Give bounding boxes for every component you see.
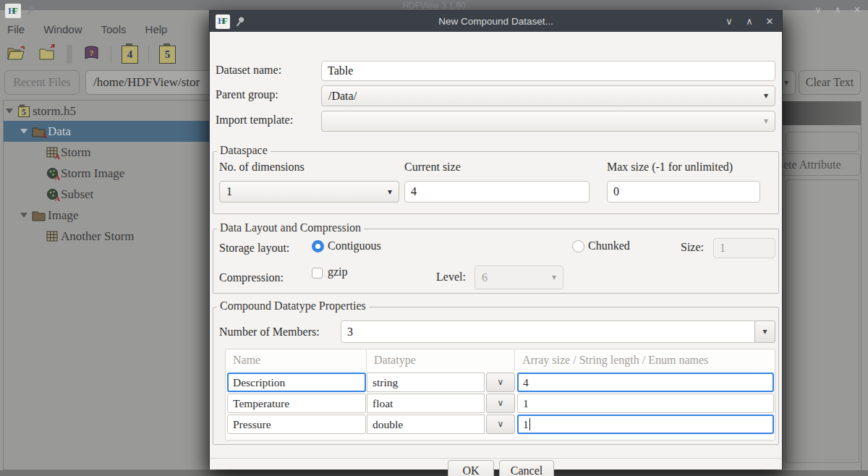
menu-bar: File Window Tools Help [7,23,167,35]
chevron-down-icon: ▾ [762,326,767,337]
menu-tools[interactable]: Tools [101,23,127,35]
tree-item-storm-image[interactable]: A Storm Image [46,163,124,184]
member-arraysize-input[interactable]: 4 [517,373,774,392]
member-arraysize-input[interactable]: 1 [517,415,774,434]
hdf4-file-icon[interactable]: 4 [122,46,138,64]
member-datatype-dropdown-button[interactable]: ∨ [486,415,515,434]
hdf5-file-icon[interactable]: 5 [159,46,176,64]
close-icon[interactable]: ✕ [765,16,775,27]
new-file-icon[interactable] [38,43,56,65]
chevron-down-icon: ▾ [764,90,768,101]
dataspace-legend: Dataspace [217,144,271,157]
open-file-icon[interactable] [6,43,27,65]
gzip-checkbox[interactable] [312,268,323,279]
menu-help[interactable]: Help [145,23,168,35]
expander-arrow-icon[interactable] [20,213,27,218]
member-datatype-dropdown-button[interactable]: ∨ [486,394,515,413]
group-folder-icon: A [32,126,46,137]
main-window-title: HDFView 3.1.90 [0,1,868,11]
svg-text:?: ? [90,48,94,57]
tree-item-image[interactable]: Image [20,205,78,226]
minimize-icon[interactable]: ∨ [813,4,823,15]
dataset-table-icon [46,230,59,242]
compression-label: Compression: [219,271,284,284]
storage-layout-label: Storage layout: [219,242,289,255]
max-size-input[interactable]: 0 [607,181,760,203]
level-select: 6 ▾ [475,265,563,289]
tree-item-label: Image [48,208,78,223]
tree-item-label: Data [48,124,71,139]
tree-item-subset[interactable]: A Subset [46,184,93,205]
new-compound-dataset-dialog: HF New Compound Dataset... ∨ ∧ ✕ Dataset… [209,10,783,469]
tree-item-storm[interactable]: A Storm [46,142,91,163]
expander-arrow-icon[interactable] [20,129,27,134]
main-window-titlebar: HDFView 3.1.90 [0,0,868,10]
members-table: Name Datatype Array size / String length… [225,349,775,441]
dialog-titlebar[interactable]: HF New Compound Dataset... ∨ ∧ ✕ [210,11,782,32]
panel-divider [861,101,861,470]
no-of-dimensions-label: No. of dimensions [219,161,305,174]
number-of-members-value[interactable]: 3 [341,320,755,343]
help-book-icon[interactable]: ? [82,45,101,64]
layout-compression-legend: Data Layout and Compression [217,221,364,234]
chevron-down-icon[interactable]: ▾ [784,77,788,88]
toolbar-separator [148,46,149,63]
chunked-label: Chunked [588,239,630,252]
clear-text-button[interactable]: Clear Text [799,70,861,95]
parent-group-label: Parent group: [216,88,278,101]
svg-text:5: 5 [22,107,26,117]
member-arraysize-input[interactable]: 1 [517,394,774,413]
chevron-down-icon: ∨ [498,419,504,430]
member-datatype-value[interactable]: string [367,373,485,392]
minimize-icon[interactable]: ∨ [724,16,734,27]
member-name-input[interactable]: Description [227,373,366,392]
dialog-title: New Compound Dataset... [210,16,782,27]
menu-file[interactable]: File [7,23,25,35]
parent-group-select[interactable]: /Data/ ▾ [321,85,775,106]
window-bottom-edge [0,470,868,476]
tree-panel [3,100,210,470]
import-template-label: Import template: [216,114,293,127]
chevron-down-icon: ∨ [498,377,504,388]
tree-item-storm-h5[interactable]: 5 storm.h5 [6,101,76,122]
dataset-name-input[interactable]: Table [321,61,775,81]
contiguous-radio[interactable] [312,240,324,252]
menu-window[interactable]: Window [43,23,82,35]
recent-files-button[interactable]: Recent Files [4,70,80,95]
maximize-icon[interactable]: ∧ [833,4,843,15]
current-size-input[interactable]: 4 [404,181,590,203]
tree-item-data[interactable]: A Data [4,121,209,142]
member-name-input[interactable]: Temperature [227,394,366,413]
maximize-icon[interactable]: ∧ [744,16,754,27]
cancel-button[interactable]: Cancel [499,460,554,476]
delete-attribute-button[interactable]: ete Attribute [780,153,861,176]
tree-item-label: Subset [61,187,93,202]
no-of-dimensions-select[interactable]: 1 ▾ [219,181,399,203]
number-of-members-dropdown-button[interactable]: ▾ [754,320,775,343]
tree-item-label: Storm [61,145,91,160]
number-of-members-label: Number of Members: [219,326,320,339]
hdf5-file-icon: 5 [17,104,30,118]
image-dataset-icon: A [46,167,59,179]
member-datatype-value[interactable]: float [367,394,485,413]
dataset-name-label: Dataset name: [216,64,281,77]
chevron-down-icon: ▾ [552,272,556,283]
members-header-name: Name [226,349,367,371]
attribute-action-button[interactable] [786,132,859,152]
level-label: Level: [436,271,466,284]
member-datatype-value[interactable]: double [367,415,485,434]
size-label: Size: [681,241,704,254]
image-dataset-icon: A [46,188,59,200]
members-header-datatype: Datatype [367,349,515,371]
close-icon[interactable]: ✕ [852,4,862,15]
import-template-select[interactable]: ▾ [321,111,775,132]
chunked-radio[interactable] [572,240,584,252]
member-name-input[interactable]: Pressure [227,415,366,434]
chevron-down-icon: ▾ [388,187,392,197]
chunk-size-input: 1 [713,238,775,258]
expander-arrow-icon[interactable] [6,109,13,114]
tree-item-another-storm[interactable]: Another Storm [46,226,135,247]
ok-button[interactable]: OK [448,460,494,476]
max-size-label: Max size (-1 for unlimited) [607,161,733,174]
member-datatype-dropdown-button[interactable]: ∨ [486,373,515,392]
